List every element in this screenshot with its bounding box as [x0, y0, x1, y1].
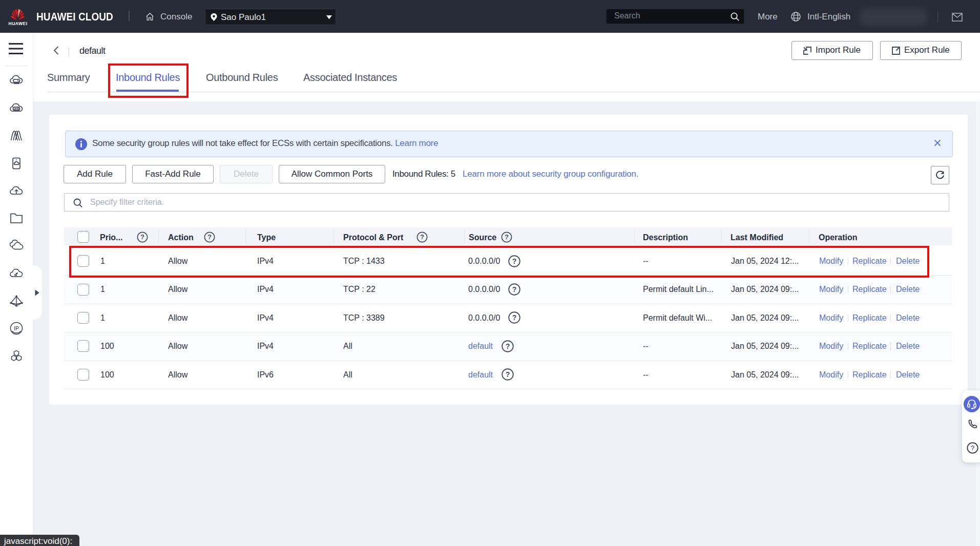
svg-text:?: ? — [505, 233, 509, 241]
svg-text:?: ? — [140, 233, 144, 241]
svg-text:?: ? — [512, 285, 517, 293]
svg-text:?: ? — [971, 444, 975, 452]
svg-text:?: ? — [512, 313, 517, 322]
svg-text:?: ? — [207, 233, 212, 241]
svg-text:?: ? — [506, 342, 510, 350]
svg-text:?: ? — [420, 233, 424, 241]
svg-text:?: ? — [506, 370, 510, 379]
svg-text:IP: IP — [14, 325, 19, 331]
